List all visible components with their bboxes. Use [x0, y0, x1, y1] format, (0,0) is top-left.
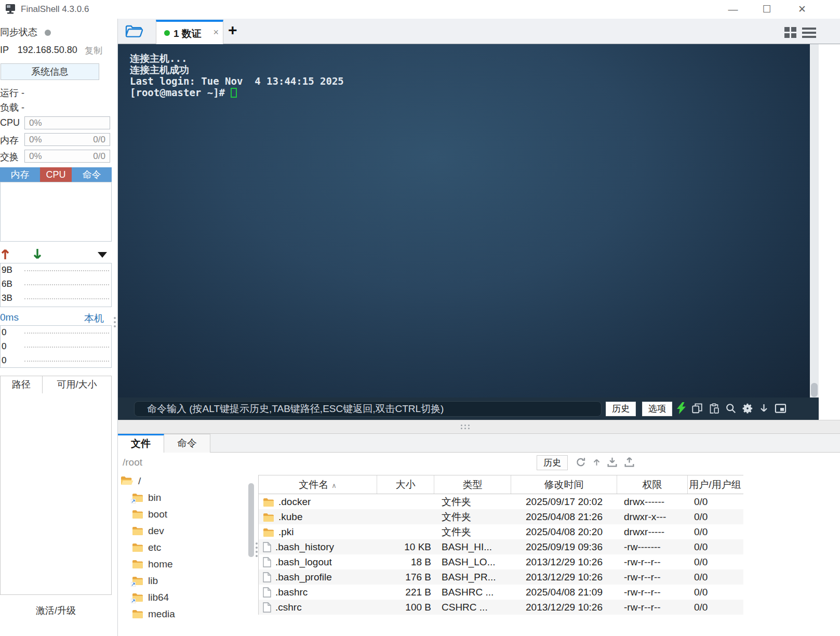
cell-name: .bash_profile	[259, 569, 377, 585]
tree-item-media[interactable]: media	[118, 606, 254, 622]
tree-item-etc[interactable]: etc	[118, 539, 254, 556]
mount-size-column[interactable]: 可用/大小	[43, 376, 112, 394]
file-row-.bash_logout[interactable]: .bash_logout18 BBASH_LO...2013/12/29 10:…	[259, 554, 743, 569]
download-tray-icon[interactable]	[607, 457, 618, 468]
cpu-usage-bar: 0%	[24, 116, 110, 129]
tree-item-label: /	[138, 475, 141, 486]
tree-item-boot[interactable]: boot	[118, 506, 254, 523]
command-input[interactable]: 命令输入 (按ALT键提示历史,TAB键路径,ESC键返回,双击CTRL切换)	[134, 401, 602, 417]
copy-icon[interactable]	[691, 403, 703, 414]
cell-name: .pki	[259, 524, 377, 539]
cell-perm: -rw-r--r--	[617, 600, 688, 615]
sidebar-splitter-grip[interactable]	[114, 315, 117, 329]
ping-graph: 000	[0, 325, 112, 368]
network-legend	[0, 248, 112, 261]
tab-files[interactable]: 文件	[118, 434, 164, 453]
lightning-icon[interactable]	[677, 402, 686, 414]
cell-type: BASH_HI...	[434, 539, 511, 554]
tree-table-splitter-grip[interactable]	[256, 540, 258, 559]
column-header-0[interactable]: 文件名∧	[259, 475, 377, 494]
folder-icon	[263, 511, 274, 524]
tab-close-icon[interactable]: ×	[213, 27, 219, 38]
ip-row: IP 192.168.50.80 复制	[0, 45, 112, 56]
cell-perm: drwxr-x---	[617, 509, 688, 524]
splitter-grip-icon[interactable]	[461, 425, 470, 429]
cell-owner: 0/0	[688, 509, 742, 524]
path-history-button[interactable]: 历史	[537, 455, 568, 470]
ping-graph-tick-label: 0	[2, 327, 6, 338]
file-row-.kube[interactable]: .kube文件夹2025/04/08 21:26drwxr-x---0/0	[259, 509, 743, 524]
cell-owner: 0/0	[688, 494, 742, 509]
close-button[interactable]: ✕	[790, 2, 814, 17]
terminal-scrollbar[interactable]	[810, 44, 819, 398]
settings-icon[interactable]	[742, 403, 753, 414]
ping-graph-tick-label: 0	[2, 341, 6, 352]
file-icon	[263, 587, 271, 600]
download-icon[interactable]	[759, 403, 769, 414]
horizontal-splitter[interactable]	[118, 420, 840, 434]
tree-item-root[interactable]: /	[118, 473, 254, 489]
tree-item-lib64[interactable]: lib64	[118, 589, 254, 606]
column-header-1[interactable]: 大小	[377, 475, 434, 494]
shell-prompt: [root@master ~]#	[130, 87, 231, 98]
file-path-row: /root 历史	[118, 453, 840, 473]
file-name: .bash_history	[275, 541, 334, 552]
terminal[interactable]: 连接主机...连接主机成功Last login: Tue Nov 4 13:44…	[118, 44, 819, 398]
cell-perm: -rw-r--r--	[617, 554, 688, 569]
connection-manager-button[interactable]	[125, 24, 148, 41]
column-header-4[interactable]: 权限	[617, 475, 688, 494]
terminal-prompt-line: [root@master ~]#	[130, 87, 344, 98]
search-icon[interactable]	[725, 403, 736, 414]
terminal-line: 连接主机...	[130, 52, 344, 64]
system-info-button[interactable]: 系统信息	[1, 63, 99, 80]
command-history-button[interactable]: 历史	[606, 402, 636, 416]
tree-item-home[interactable]: home	[118, 556, 254, 573]
terminal-scrollbar-thumb[interactable]	[811, 383, 818, 397]
maximize-button[interactable]: ☐	[755, 2, 779, 17]
run-status: 运行 -	[0, 87, 24, 99]
folder-icon	[263, 526, 274, 539]
tab-memory-chart[interactable]: 内存	[0, 167, 40, 182]
activate-upgrade-link[interactable]: 激活/升级	[0, 604, 112, 617]
up-icon[interactable]	[593, 457, 601, 468]
tab-session-1[interactable]: 1 数证 ×	[156, 20, 223, 44]
tree-item-label: bin	[148, 492, 161, 503]
file-row-.pki[interactable]: .pki文件夹2025/04/08 20:20drwxr-----0/0	[259, 524, 743, 539]
mount-path-column[interactable]: 路径	[0, 376, 43, 394]
tab-command-chart[interactable]: 命令	[72, 167, 112, 182]
cell-owner: 0/0	[688, 539, 742, 554]
file-row-.bash_history[interactable]: .bash_history10 KBBASH_HI...2025/09/19 0…	[259, 539, 743, 554]
column-header-5[interactable]: 用户/用户组	[688, 475, 742, 494]
upload-tray-icon[interactable]	[624, 457, 635, 468]
new-tab-button[interactable]: +	[228, 21, 237, 39]
layout-grid-icon[interactable]	[784, 27, 797, 38]
tree-scrollbar-thumb[interactable]	[248, 483, 254, 557]
hamburger-menu-icon[interactable]	[802, 28, 816, 40]
command-options-button[interactable]: 选项	[642, 402, 672, 416]
column-header-2[interactable]: 类型	[434, 475, 511, 494]
tree-item-bin[interactable]: bin	[118, 489, 254, 506]
local-host-label[interactable]: 本机	[84, 312, 104, 325]
cell-name: .cshrc	[259, 600, 377, 615]
file-table-header: 文件名∧大小类型修改时间权限用户/用户组	[259, 475, 743, 494]
file-row-.cshrc[interactable]: .cshrc100 BCSHRC ...2013/12/29 10:26-rw-…	[259, 600, 743, 615]
file-row-.bashrc[interactable]: .bashrc221 BBASHRC ...2025/04/08 21:09-r…	[259, 585, 743, 600]
copy-ip-button[interactable]: 复制	[85, 45, 102, 57]
paste-icon[interactable]	[709, 403, 719, 414]
refresh-icon[interactable]	[575, 457, 586, 468]
chevron-down-icon[interactable]	[98, 252, 107, 258]
tab-cpu-chart[interactable]: CPU	[40, 167, 72, 182]
folder-icon	[132, 508, 143, 524]
cell-mtime: 2025/04/08 21:26	[511, 509, 617, 524]
tab-commands[interactable]: 命令	[164, 434, 210, 453]
window-icon[interactable]	[775, 403, 786, 414]
file-row-.docker[interactable]: .docker文件夹2025/09/17 20:02drwx------0/0	[259, 494, 743, 509]
column-header-3[interactable]: 修改时间	[511, 475, 617, 494]
minimize-button[interactable]: —	[721, 2, 745, 17]
symlink-folder-icon	[132, 491, 143, 508]
current-path[interactable]: /root	[123, 457, 142, 468]
tree-item-lib[interactable]: lib	[118, 573, 254, 589]
cell-type: BASH_LO...	[434, 554, 511, 569]
tree-item-dev[interactable]: dev	[118, 523, 254, 539]
file-row-.bash_profile[interactable]: .bash_profile176 BBASH_PR...2013/12/29 1…	[259, 569, 743, 585]
